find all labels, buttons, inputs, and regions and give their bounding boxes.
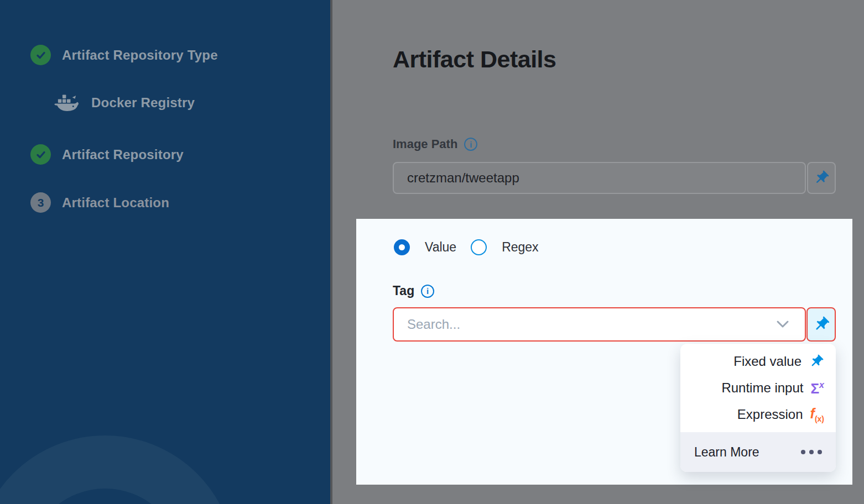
radio-option-value[interactable]: Value (394, 239, 456, 255)
selected-registry-type: Docker Registry (53, 91, 195, 114)
pin-icon (813, 316, 830, 333)
registry-type-label: Docker Registry (91, 95, 195, 111)
info-icon[interactable]: i (464, 138, 477, 151)
info-icon[interactable]: i (421, 285, 434, 298)
radio-option-regex[interactable]: Regex (471, 239, 538, 255)
step-label: Artifact Location (62, 195, 169, 211)
artifact-wizard-screen: Artifact Repository Type Docker Registry (0, 0, 864, 504)
value-type-dropdown-menu: Fixed value Runtime input Σx Expression … (680, 344, 836, 472)
wizard-steps-sidebar: Artifact Repository Type Docker Registry (0, 0, 330, 504)
image-path-input[interactable] (393, 162, 806, 194)
menu-item-expression[interactable]: Expression f(x) (680, 401, 836, 428)
chevron-down-icon[interactable] (774, 319, 791, 330)
sidebar-divider (330, 0, 332, 504)
sigma-icon: Σx (810, 381, 824, 396)
menu-footer: Learn More (680, 432, 836, 472)
step-artifact-repository[interactable]: Artifact Repository (30, 144, 184, 165)
docker-whale-icon (53, 91, 81, 114)
step-complete-check-icon (30, 144, 51, 165)
pin-icon (809, 354, 824, 369)
fx-icon: f(x) (810, 407, 824, 423)
check-icon (35, 149, 46, 160)
step-artifact-repository-type[interactable]: Artifact Repository Type (30, 45, 218, 65)
tag-label: Tag (393, 284, 414, 298)
step-complete-check-icon (30, 45, 51, 65)
image-path-label: Image Path (393, 137, 457, 151)
step-label: Artifact Repository Type (62, 48, 218, 63)
check-icon (35, 50, 46, 61)
radio-label[interactable]: Value (425, 240, 456, 255)
image-path-label-row: Image Path i (393, 137, 477, 151)
menu-items: Fixed value Runtime input Σx Expression … (680, 344, 836, 432)
tag-label-row: Tag i (393, 284, 434, 298)
radio-label[interactable]: Regex (502, 240, 538, 255)
image-path-pin-button[interactable] (807, 162, 836, 194)
menu-item-runtime-input[interactable]: Runtime input Σx (680, 375, 836, 401)
pin-icon (813, 170, 830, 186)
step-label: Artifact Repository (62, 147, 184, 162)
menu-item-label: Fixed value (733, 354, 801, 369)
menu-item-fixed-value[interactable]: Fixed value (680, 348, 836, 375)
menu-item-label: Runtime input (721, 380, 803, 396)
step-artifact-location[interactable]: 3 Artifact Location (30, 192, 169, 213)
menu-item-label: Expression (737, 407, 803, 422)
step-number-badge: 3 (30, 192, 51, 213)
radio-selected-icon[interactable] (394, 239, 410, 255)
ellipsis-icon[interactable] (801, 450, 822, 454)
page-title: Artifact Details (393, 46, 556, 73)
radio-unselected-icon[interactable] (471, 239, 487, 255)
tag-type-radio-group: Value Regex (394, 239, 539, 255)
tag-search-input[interactable] (393, 307, 806, 342)
decorative-arc (0, 435, 235, 504)
tag-pin-button[interactable] (806, 307, 836, 342)
learn-more-link[interactable]: Learn More (694, 445, 759, 460)
